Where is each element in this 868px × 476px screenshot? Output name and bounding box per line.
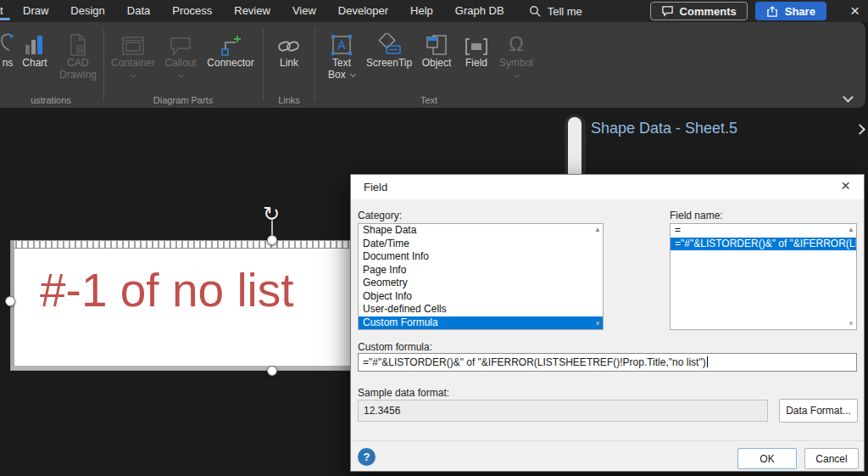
help-icon[interactable]: ? <box>358 448 376 466</box>
field-name-label: Field name: <box>670 210 723 221</box>
comment-bubble-icon <box>661 5 674 17</box>
connector-button[interactable]: Connector <box>202 26 259 79</box>
icons-button-partial[interactable]: ns <box>1 26 14 81</box>
screentip-icon <box>376 26 403 57</box>
share-button[interactable]: Share <box>755 2 826 20</box>
dialog-title: Field <box>351 181 387 193</box>
category-item[interactable]: Page Info <box>359 264 603 277</box>
field-button[interactable]: Field <box>458 26 495 81</box>
shape-data-panel-title: Shape Data - Sheet.5 <box>591 120 737 137</box>
ok-button[interactable]: OK <box>737 448 797 469</box>
active-tab-underline <box>0 18 10 20</box>
category-item[interactable]: Geometry <box>359 277 603 290</box>
cancel-button[interactable]: Cancel <box>804 448 859 469</box>
shape-handle-bottom[interactable] <box>267 366 277 376</box>
text-box-icon: A <box>330 26 353 57</box>
object-label: Object <box>422 57 452 69</box>
category-scroll-down-icon[interactable]: ▼ <box>594 320 601 328</box>
dialog-titlebar[interactable]: Field × <box>351 175 864 199</box>
category-item-selected[interactable]: Custom Formula <box>359 316 603 330</box>
share-label: Share <box>785 5 815 18</box>
tab-design[interactable]: Design <box>59 0 115 22</box>
shape-handle-left[interactable] <box>5 296 15 306</box>
field-name-listbox: = ="#"&LISTORDER()&" of "&IFERROR(LISTSH… <box>670 223 857 330</box>
callout-dropdown-chevron <box>179 70 183 79</box>
field-name-scroll-down-icon[interactable]: ▼ <box>848 320 854 328</box>
symbol-label: Symbol <box>499 57 533 69</box>
custom-formula-input[interactable]: ="#"&LISTORDER()&" of "&IFERROR(LISTSHEE… <box>358 353 857 372</box>
callout-button: Callout <box>159 26 202 79</box>
link-label: Link <box>280 57 298 69</box>
category-item[interactable]: Date/Time <box>359 238 603 251</box>
tell-me[interactable]: Tell me <box>529 5 582 18</box>
search-icon <box>529 5 542 18</box>
window-close-button[interactable]: × <box>842 0 868 22</box>
tab-draw[interactable]: Draw <box>12 0 59 22</box>
text-box-label-line1: Text <box>332 57 351 69</box>
category-label: Category: <box>358 210 402 221</box>
rotation-handle-icon[interactable]: ↻ <box>263 202 280 226</box>
tab-help[interactable]: Help <box>399 0 444 22</box>
cad-drawing-label-line1: CAD <box>67 57 88 69</box>
tab-process[interactable]: Process <box>161 0 223 22</box>
shape-field-text: #-1 of no list <box>40 263 294 317</box>
connector-label: Connector <box>207 57 253 69</box>
tab-data[interactable]: Data <box>116 0 161 22</box>
category-item[interactable]: Object Info <box>359 290 603 304</box>
object-button[interactable]: Object <box>415 26 458 81</box>
tab-graph-db[interactable]: Graph DB <box>444 0 515 22</box>
field-name-item[interactable]: = <box>670 224 856 238</box>
ribbon: ns Chart <box>0 22 865 108</box>
visio-window: t Draw Design Data Process Review View D… <box>0 0 868 476</box>
shape-handle-top[interactable] <box>267 235 277 245</box>
field-dialog: Field × Category: Shape Data Date/Time D… <box>350 174 865 472</box>
text-box-label-line2: Box <box>328 69 355 81</box>
group-label-text: Text <box>315 95 542 105</box>
tab-developer[interactable]: Developer <box>327 0 399 22</box>
callout-icon <box>169 26 192 57</box>
panel-scrollbar-track[interactable] <box>565 115 586 176</box>
custom-formula-value: ="#"&LISTORDER()&" of "&IFERROR(LISTSHEE… <box>363 356 706 368</box>
callout-label: Callout <box>164 57 196 69</box>
comments-label: Comments <box>680 5 737 18</box>
field-name-item-selected[interactable]: ="#"&LISTORDER()&" of "&IFERROR(LISTSHEE… <box>670 238 856 251</box>
symbol-dropdown-chevron <box>515 70 519 79</box>
text-cursor <box>707 356 708 367</box>
field-name-scroll-up-icon[interactable]: ▲ <box>848 226 854 233</box>
data-format-button[interactable]: Data Format... <box>779 399 858 423</box>
container-icon <box>121 26 145 57</box>
category-scroll-up-icon[interactable]: ▲ <box>594 226 601 233</box>
comments-button[interactable]: Comments <box>650 2 748 20</box>
tab-insert-partial[interactable]: t <box>0 0 12 22</box>
panel-scrollbar-thumb[interactable] <box>568 117 581 181</box>
tab-review[interactable]: Review <box>223 0 281 22</box>
cad-drawing-icon <box>68 26 88 57</box>
text-box-button[interactable]: A Text Box <box>320 26 363 81</box>
screentip-button[interactable]: ScreenTip <box>363 26 415 81</box>
category-listbox: Shape Data Date/Time Document Info Page … <box>358 223 604 330</box>
screentip-label: ScreenTip <box>366 57 412 69</box>
container-button: Container <box>107 26 159 79</box>
category-item[interactable]: Document Info <box>359 250 603 264</box>
connector-icon <box>219 26 242 57</box>
category-item[interactable]: Shape Data <box>359 224 603 238</box>
symbol-button: Ω Symbol <box>495 26 537 81</box>
link-button[interactable]: Link <box>269 26 309 69</box>
sample-data-format-label: Sample data format: <box>358 387 449 399</box>
chart-label: Chart <box>22 57 47 69</box>
category-item[interactable]: User-defined Cells <box>359 303 603 316</box>
group-label-diagram-parts: Diagram Parts <box>104 95 262 105</box>
chart-button[interactable]: Chart <box>14 26 55 81</box>
ribbon-collapse-chevron-icon[interactable] <box>843 92 854 103</box>
ribbon-group-links: Link Links <box>264 22 314 108</box>
container-dropdown-chevron <box>131 70 136 79</box>
link-icon <box>276 26 302 57</box>
svg-text:A: A <box>337 38 346 52</box>
tab-view[interactable]: View <box>281 0 327 22</box>
sample-data-format-field[interactable]: 12.3456 <box>358 400 768 422</box>
dialog-footer-separator <box>351 440 864 441</box>
share-icon <box>766 5 779 17</box>
field-icon <box>464 26 489 57</box>
object-icon <box>425 26 448 57</box>
dialog-close-button[interactable]: × <box>834 176 857 195</box>
